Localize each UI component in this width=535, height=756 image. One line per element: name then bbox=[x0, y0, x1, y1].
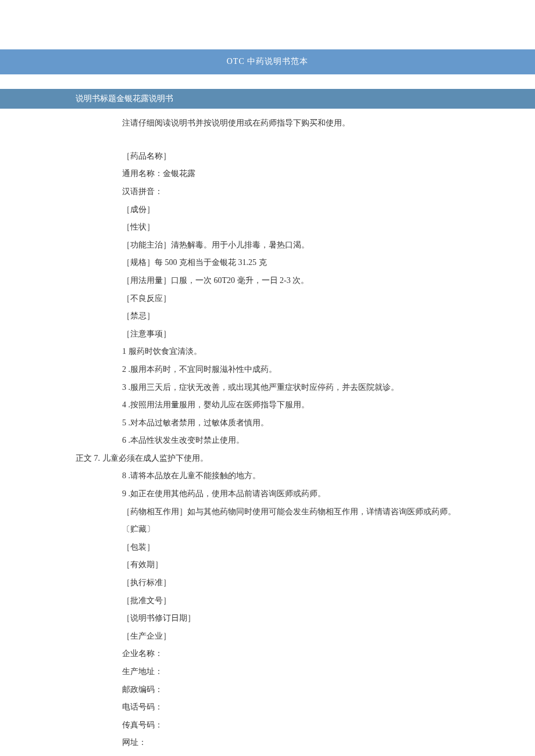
text-line: 通用名称：金银花露 bbox=[0, 165, 535, 183]
header-title: OTC 中药说明书范本 bbox=[227, 57, 309, 66]
spacer bbox=[0, 132, 535, 148]
text-line: ［用法用量］口服，一次 60T20 毫升，一日 2-3 次。 bbox=[0, 272, 535, 290]
text-line: 传真号码： bbox=[0, 716, 535, 734]
text-line: ［成份］ bbox=[0, 201, 535, 219]
text-line: 邮政编码： bbox=[0, 681, 535, 699]
document-content: 注请仔细阅读说明书并按说明使用或在药师指导下购买和使用。［药品名称］通用名称：金… bbox=[0, 109, 535, 756]
text-line: ［注意事项］ bbox=[0, 325, 535, 343]
sub-header-title: 说明书标题金银花露说明书 bbox=[76, 94, 173, 103]
text-line: 如有问题可与生产企业联系 bbox=[0, 752, 535, 756]
text-line: ［生产企业］ bbox=[0, 628, 535, 646]
text-line: ［包装］ bbox=[0, 539, 535, 557]
text-line: ［药品名称］ bbox=[0, 148, 535, 166]
text-line: 注请仔细阅读说明书并按说明使用或在药师指导下购买和使用。 bbox=[0, 114, 535, 132]
text-line: ［执行标准］ bbox=[0, 574, 535, 592]
text-line: ［功能主治］清热解毒。用于小儿排毒，暑热口渴。 bbox=[0, 237, 535, 255]
text-line: 网址： bbox=[0, 734, 535, 752]
sub-header-banner: 说明书标题金银花露说明书 bbox=[0, 89, 535, 109]
text-line: ［规格］每 500 克相当于金银花 31.25 克 bbox=[0, 254, 535, 272]
text-line: ［性状］ bbox=[0, 218, 535, 237]
text-line: 〔贮藏〕 bbox=[0, 521, 535, 539]
text-line: ［不良反应］ bbox=[0, 290, 535, 308]
text-line: 电话号码： bbox=[0, 698, 535, 716]
text-line: ［有效期］ bbox=[0, 556, 535, 574]
text-line: 2 .服用本药时，不宜同时服滋补性中成药。 bbox=[0, 361, 535, 379]
text-line: 6 .本品性状发生改变时禁止使用。 bbox=[0, 432, 535, 450]
text-line: 1 服药时饮食宜清淡。 bbox=[0, 343, 535, 361]
header-banner: OTC 中药说明书范本 bbox=[0, 49, 535, 74]
text-line: 3 .服用三天后，症状无改善，或出现其他严重症状时应停药，并去医院就诊。 bbox=[0, 379, 535, 397]
text-line: 5 .对本品过敏者禁用，过敏体质者慎用。 bbox=[0, 414, 535, 432]
text-line: 8 .请将本品放在儿童不能接触的地方。 bbox=[0, 467, 535, 485]
text-line: ［药物相互作用］如与其他药物同时使用可能会发生药物相互作用，详情请咨询医师或药师… bbox=[0, 503, 535, 521]
text-line: 生产地址： bbox=[0, 663, 535, 681]
text-line: ［禁忌］ bbox=[0, 307, 535, 325]
text-line: ［批准文号］ bbox=[0, 592, 535, 610]
text-line: 企业名称： bbox=[0, 645, 535, 663]
text-line: 4 .按照用法用量服用，婴幼儿应在医师指导下服用。 bbox=[0, 396, 535, 414]
text-line: ［说明书修订日期］ bbox=[0, 610, 535, 628]
text-line: 正文 7. 儿童必须在成人监护下使用。 bbox=[0, 450, 535, 468]
text-line: 汉语拼音： bbox=[0, 183, 535, 201]
text-line: 9 .如正在使用其他药品，使用本品前请咨询医师或药师。 bbox=[0, 485, 535, 503]
